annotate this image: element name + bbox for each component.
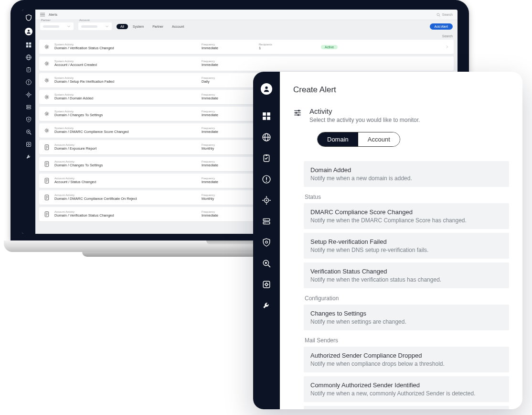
- row-type-icon: [44, 195, 50, 200]
- pnav-target-icon[interactable]: [262, 196, 271, 205]
- row-category: Account Activity: [54, 160, 103, 164]
- nav-gear-box-icon[interactable]: [26, 142, 32, 147]
- chevron-down-icon: [67, 24, 71, 28]
- option-desc: Notify me when compliance drops below a …: [310, 360, 502, 367]
- row-title: Domain / DMARC Compliance Certificate On…: [54, 197, 137, 201]
- nav-shield-search-icon[interactable]: [26, 117, 32, 122]
- filter-tab-partner[interactable]: Partner: [149, 24, 167, 29]
- row-title: Account / Account Created: [54, 63, 97, 67]
- row-freq-value: Immediate: [202, 180, 218, 185]
- row-title: Domain / Domain Added: [54, 97, 93, 101]
- activity-option[interactable]: DMARC Compliance Score ChangedNotify me …: [304, 203, 509, 229]
- row-freq-value: Immediate: [202, 113, 218, 118]
- panel-user-avatar[interactable]: [261, 83, 272, 95]
- nav-clipboard-icon[interactable]: [26, 67, 32, 73]
- row-category: System Activity: [54, 43, 114, 46]
- row-recipients-label: Recipients: [259, 43, 272, 46]
- option-group: ConfigurationChanges to SettingsNotify m…: [304, 295, 509, 330]
- row-type-icon: [44, 144, 50, 150]
- dropdown-label: Account: [79, 19, 90, 22]
- tab-group: AllSystemPartnerAccount: [117, 24, 188, 29]
- activity-subtext: Select the activity you would like to mo…: [309, 117, 420, 123]
- app-sidebar: [22, 10, 35, 234]
- row-type-icon: [44, 61, 50, 66]
- row-freq-value: Immediate: [202, 63, 218, 67]
- filter-tab-system[interactable]: System: [129, 24, 148, 29]
- row-category: System Activity: [54, 60, 97, 63]
- panel-main: Create Alert Activity Select the activit…: [280, 72, 522, 409]
- dropdown-label: Partner: [41, 19, 51, 22]
- row-category: System Activity: [54, 76, 114, 80]
- option-title: Verification Status Changed: [310, 268, 502, 275]
- group-label: Status: [305, 194, 509, 200]
- alert-row[interactable]: System ActivityDomain / Verification Sta…: [39, 40, 454, 54]
- alert-row[interactable]: System ActivityAccount / Account Created…: [39, 56, 454, 71]
- nav-server-icon[interactable]: [26, 104, 32, 110]
- user-avatar[interactable]: [25, 28, 32, 35]
- nav-dashboard-icon[interactable]: [26, 42, 32, 48]
- pnav-shield-search-icon[interactable]: [262, 238, 271, 247]
- row-title: Domain / DMARC Compliance Score Changed: [54, 130, 128, 134]
- row-freq-value: Monthly: [202, 147, 215, 151]
- group-label: Mail Senders: [305, 337, 509, 344]
- top-search[interactable]: Search: [436, 13, 453, 17]
- chevron-down-icon: [105, 24, 109, 28]
- page-title: Alerts: [49, 13, 57, 16]
- activity-option[interactable]: Authorized Sender Compliance DroppedNoti…: [304, 347, 509, 372]
- row-freq-value: Immediate: [202, 97, 218, 101]
- row-type-icon: [44, 128, 50, 133]
- row-category: System Activity: [54, 127, 128, 130]
- nav-target-icon[interactable]: [26, 92, 32, 98]
- pnav-globe-icon[interactable]: [262, 133, 271, 142]
- activity-option[interactable]: Setup Re-verification FailedNotify me wh…: [304, 233, 509, 259]
- pnav-alert-icon[interactable]: [262, 175, 271, 184]
- nav-wrench-icon[interactable]: [26, 154, 32, 160]
- activity-option[interactable]: Changes to SettingsNotify me when settin…: [304, 305, 509, 330]
- toggle-account[interactable]: Account: [358, 132, 400, 146]
- add-alert-button[interactable]: Add Alert: [430, 23, 453, 30]
- sliders-icon: [293, 109, 302, 117]
- app-logo-shield-icon: [25, 14, 32, 21]
- activity-option-list: Domain AddedNotify me when a new domain …: [280, 161, 522, 409]
- pnav-server-icon[interactable]: [262, 217, 271, 226]
- row-freq-value: Daily: [202, 80, 215, 84]
- toggle-domain[interactable]: Domain: [318, 132, 358, 146]
- activity-option[interactable]: Threat Level IncreasedNotify me when Thr…: [304, 406, 509, 409]
- row-freq-value: Monthly: [202, 197, 215, 201]
- pnav-eye-search-icon[interactable]: [262, 259, 271, 268]
- filter-account-dropdown[interactable]: Account: [78, 22, 112, 30]
- dropdown-value-placeholder: [43, 25, 59, 28]
- filter-tab-account[interactable]: Account: [168, 24, 188, 29]
- pnav-clipboard-icon[interactable]: [262, 154, 271, 163]
- row-category: Account Activity: [54, 210, 114, 214]
- chevron-right-icon: [445, 45, 449, 49]
- row-type-icon: [44, 44, 50, 50]
- activity-option[interactable]: Verification Status ChangedNotify me whe…: [304, 262, 509, 288]
- row-category: System Activity: [54, 93, 93, 97]
- pnav-gear-box-icon[interactable]: [262, 280, 271, 289]
- row-recipients-value: 1: [259, 46, 272, 51]
- row-category: Account Activity: [54, 143, 96, 147]
- topbar: Alerts Search: [35, 10, 458, 20]
- row-freq-value: Immediate: [202, 164, 218, 168]
- filter-tab-all[interactable]: All: [117, 24, 128, 29]
- search-icon: [436, 13, 440, 17]
- dropdown-value-placeholder: [81, 25, 97, 28]
- activity-option[interactable]: Domain AddedNotify me when a new domain …: [304, 161, 509, 187]
- nav-globe-icon[interactable]: [26, 55, 32, 60]
- row-status-badge: Active: [321, 45, 338, 49]
- pnav-dashboard-icon[interactable]: [262, 112, 271, 120]
- filter-partner-dropdown[interactable]: Partner: [40, 22, 74, 30]
- panel-title: Create Alert: [280, 85, 522, 107]
- option-title: Domain Added: [310, 166, 502, 174]
- nav-eye-search-icon[interactable]: [26, 129, 32, 135]
- menu-toggle-icon[interactable]: [40, 12, 45, 17]
- pnav-wrench-icon[interactable]: [262, 301, 271, 310]
- option-desc: Notify me when the DMARC Compliance Scor…: [310, 217, 502, 224]
- row-title: Domain / Verification Status Changed: [54, 214, 114, 218]
- row-category: Account Activity: [54, 177, 96, 180]
- nav-alert-icon[interactable]: [26, 79, 32, 85]
- list-search-label: Search: [442, 33, 458, 38]
- row-type-icon: [44, 94, 50, 100]
- activity-option[interactable]: Commonly Authorized Sender IdentifiedNot…: [304, 376, 509, 402]
